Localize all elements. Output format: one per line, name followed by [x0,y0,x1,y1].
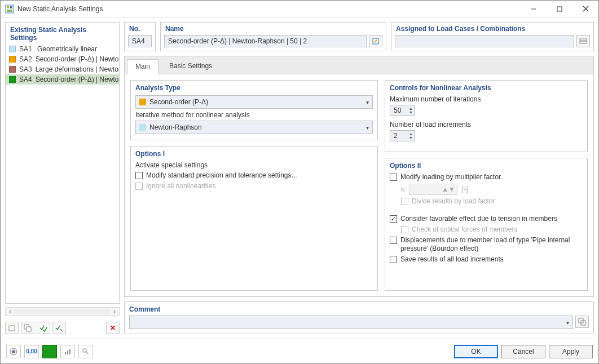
chevron-down-icon: ▾ [566,319,569,326]
new-button[interactable] [5,322,19,334]
list-item-name: Second-order (P-Δ) | Newton-R [36,76,119,83]
no-label: No. [125,23,155,33]
color-button[interactable] [42,345,57,358]
spinner-arrows-icon[interactable]: ▲▼ [409,106,413,114]
load-incr-spinner[interactable]: 2 ▲▼ [390,130,415,141]
save-results-label: Save results of all load increments [400,255,504,264]
chevron-down-icon: ▾ [366,99,369,105]
tab-main[interactable]: Main [127,59,158,74]
apply-button[interactable]: Apply [549,345,593,358]
svg-point-19 [12,350,15,353]
no-input[interactable]: SA4 [128,35,152,47]
list-item[interactable]: SA4Second-order (P-Δ) | Newton-R [6,74,119,85]
favorable-checkbox[interactable] [390,215,397,223]
ignore-nl-checkbox [135,183,143,190]
uncheck-all-button[interactable] [52,322,66,334]
key-button[interactable] [78,345,93,358]
close-button[interactable] [572,1,598,17]
assigned-input[interactable] [395,35,574,47]
iter-method-label: Iterative method for nonlinear analysis [135,111,373,119]
options1-section: Options I Activate special settings Modi… [130,146,378,291]
activate-settings-label: Activate special settings [135,161,373,169]
list-item[interactable]: SA2Second-order (P-Δ) | Newton-R [6,54,119,64]
modify-precision-label: Modify standard precision and tolerance … [146,171,298,180]
ok-button[interactable]: OK [454,345,498,358]
save-results-row[interactable]: Save results of all load increments [390,255,583,264]
scroll-right-icon[interactable]: › [110,308,119,316]
list-item-id: SA4 [19,76,32,83]
list-item-name: Second-order (P-Δ) | Newton-R [36,55,119,63]
svg-rect-20 [65,352,66,354]
options2-title: Options II [390,162,583,170]
window-title: New Static Analysis Settings [17,5,521,13]
list-item[interactable]: SA1Geometrically linear [6,44,119,54]
units-button[interactable]: 0,00 [24,345,39,358]
svg-rect-8 [9,326,15,331]
minimize-button[interactable] [521,1,547,17]
comment-combo[interactable]: ▾ [129,316,573,329]
dialog-footer: 0,00 OK Cancel Apply [1,339,598,363]
color-swatch [9,46,16,52]
svg-marker-9 [8,324,10,326]
max-iter-spinner[interactable]: 50 ▲▼ [390,105,415,116]
comment-section: Comment ▾ [124,301,594,334]
favorable-label: Consider favorable effect due to tension… [400,215,557,223]
tab-basic-settings[interactable]: Basic Settings [161,59,221,74]
check-crit-label: Check of critical forces of members [412,225,517,234]
comment-library-button[interactable] [575,316,589,328]
tab-body: Analysis Type Second-order (P-Δ) ▾ Itera… [125,74,593,296]
chart-button[interactable] [60,345,75,358]
modify-precision-checkbox[interactable] [135,172,143,179]
maximize-button[interactable] [547,1,572,17]
tab-col-left: Analysis Type Second-order (P-Δ) ▾ Itera… [130,80,378,291]
check-all-button[interactable] [37,322,50,334]
help-button[interactable] [6,345,21,358]
k-spinner: ▲▼ [409,184,457,195]
svg-line-12 [60,329,63,331]
assigned-browse-button[interactable] [576,35,590,47]
displacements-row[interactable]: Displacements due to member load of type… [390,236,583,253]
modify-loading-checkbox[interactable] [390,174,397,181]
iter-method-combo[interactable]: Newton-Raphson ▾ [135,121,373,134]
controls-title: Controls for Nonlinear Analysis [390,84,583,92]
load-incr-label: Number of load increments [390,121,583,128]
window-buttons [521,1,598,17]
scroll-track[interactable] [15,309,110,314]
cancel-button[interactable]: Cancel [501,345,545,358]
modify-loading-label: Modify loading by multiplier factor [400,173,501,181]
list-item-id: SA2 [19,55,32,63]
modify-precision-row[interactable]: Modify standard precision and tolerance … [135,171,373,180]
check-crit-row: Check of critical forces of members [401,225,583,234]
horizontal-scrollbar[interactable]: ‹ › [5,307,120,316]
existing-settings-list[interactable]: SA1Geometrically linearSA2Second-order (… [6,44,119,303]
tabs-area: Main Basic Settings Analysis Type Second… [124,56,594,297]
analysis-type-swatch [139,99,146,105]
scroll-left-icon[interactable]: ‹ [6,308,15,316]
list-item[interactable]: SA3Large deformations | Newton- [6,64,119,74]
analysis-type-value: Second-order (P-Δ) [149,98,208,106]
divide-results-label: Divide results by load factor [412,197,495,206]
modify-loading-row[interactable]: Modify loading by multiplier factor [390,173,583,181]
load-incr-value: 2 [394,132,398,140]
list-item-name: Geometrically linear [37,45,97,53]
list-item-id: SA3 [19,65,32,73]
existing-settings-panel: Existing Static Analysis Settings SA1Geo… [5,22,120,304]
options2-section: Options II Modify loading by multiplier … [385,158,588,291]
options1-title: Options I [135,150,373,158]
assigned-field-box: Assigned to Load Cases / Combinations [391,22,594,51]
name-edit-button[interactable] [369,35,382,47]
header-row: No. SA4 Name Second-order (P-Δ) | Newton… [124,22,594,51]
spinner-arrows-icon[interactable]: ▲▼ [409,132,413,140]
favorable-row[interactable]: Consider favorable effect due to tension… [390,215,583,223]
name-input[interactable]: Second-order (P-Δ) | Newton-Raphson | 50… [164,35,367,47]
color-swatch [9,66,16,73]
analysis-type-combo[interactable]: Second-order (P-Δ) ▾ [135,95,373,109]
displacements-checkbox[interactable] [390,237,397,244]
svg-line-24 [86,352,89,354]
copy-button[interactable] [21,322,34,334]
svg-rect-15 [580,42,587,43]
max-iter-value: 50 [394,106,401,114]
delete-button[interactable]: ✕ [106,322,120,334]
left-column: Existing Static Analysis Settings SA1Geo… [5,22,120,334]
save-results-checkbox[interactable] [390,256,397,263]
